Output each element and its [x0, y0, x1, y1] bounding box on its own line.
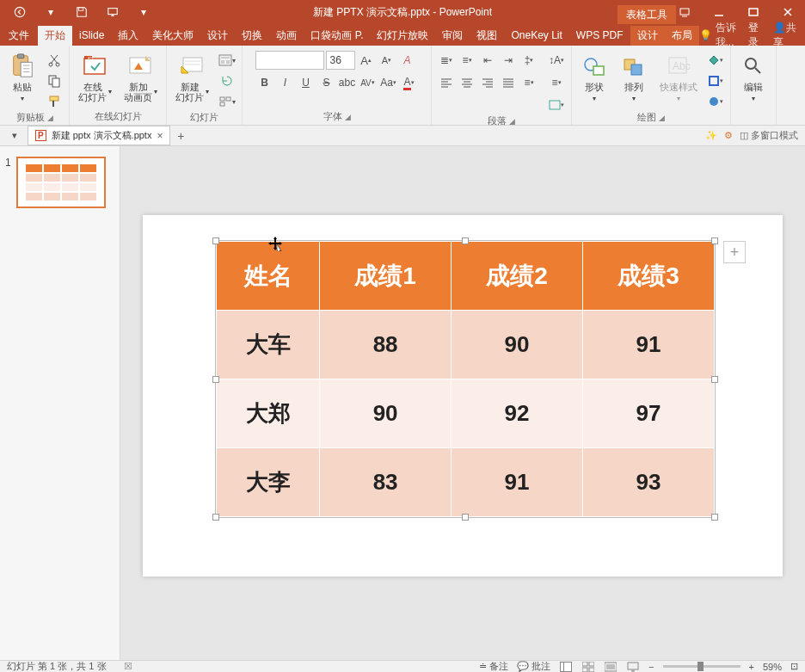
format-painter-icon[interactable] — [45, 92, 64, 111]
table-cell[interactable]: 91 — [583, 311, 715, 379]
table-header[interactable]: 成绩2 — [452, 242, 583, 311]
table-header[interactable]: 姓名 — [217, 242, 320, 311]
justify-icon[interactable] — [499, 73, 518, 92]
char-spacing-icon[interactable]: AV▾ — [359, 73, 378, 92]
start-from-beginning-icon[interactable] — [98, 2, 127, 22]
tab-animation[interactable]: 动画 — [269, 26, 304, 46]
add-tab-icon[interactable]: + — [170, 129, 191, 143]
resize-handle[interactable] — [212, 237, 219, 244]
sorter-view-icon[interactable] — [581, 662, 595, 672]
numbering-icon[interactable]: ≡▾ — [458, 51, 476, 70]
zoom-knob[interactable] — [697, 662, 704, 671]
text-direction-icon[interactable]: ↕A▾ — [547, 51, 566, 70]
shape-fill-icon[interactable]: ▾ — [706, 51, 725, 70]
decrease-font-icon[interactable]: A▾ — [378, 51, 396, 70]
doctab-close-icon[interactable]: × — [157, 130, 163, 142]
bullets-icon[interactable]: ≣▾ — [437, 51, 456, 70]
line-spacing-icon[interactable]: ‡▾ — [519, 51, 538, 70]
share-button[interactable]: 👤共享 — [773, 21, 796, 50]
tab-file[interactable]: 文件 — [0, 26, 38, 46]
tab-table-design[interactable]: 设计 — [630, 26, 665, 46]
paste-button[interactable]: 粘贴 ▾ — [5, 51, 40, 106]
section-icon[interactable]: ▾ — [218, 92, 237, 111]
font-size-combo[interactable]: 36 — [326, 51, 355, 70]
strikethrough-icon[interactable]: S — [317, 73, 336, 92]
save-icon[interactable] — [67, 2, 96, 22]
columns-icon[interactable]: ≡▾ — [519, 73, 538, 92]
resize-handle[interactable] — [711, 514, 718, 521]
undo-dropdown-icon[interactable]: ▾ — [36, 2, 65, 22]
doctab-list-icon[interactable]: ▾ — [5, 126, 24, 145]
table-cell[interactable]: 97 — [583, 379, 715, 448]
table-cell[interactable]: 大郑 — [217, 379, 320, 448]
reading-view-icon[interactable] — [604, 662, 618, 672]
zoom-in-icon[interactable]: + — [749, 662, 754, 672]
reset-icon[interactable] — [218, 71, 237, 90]
increase-indent-icon[interactable]: ⇥ — [499, 51, 518, 70]
fit-window-icon[interactable]: ⊡ — [790, 661, 798, 672]
table-cell[interactable]: 90 — [452, 311, 583, 379]
resize-handle[interactable] — [462, 237, 469, 244]
arrange-button[interactable]: 排列▾ — [617, 51, 651, 106]
data-table[interactable]: 姓名 成绩1 成绩2 成绩3 大车 88 90 91 大郑 — [216, 241, 715, 517]
shadow-icon[interactable]: abc — [338, 73, 357, 92]
resize-handle[interactable] — [212, 376, 219, 383]
font-color-icon[interactable]: A▾ — [400, 73, 419, 92]
align-right-icon[interactable] — [478, 73, 497, 92]
copy-icon[interactable] — [45, 71, 64, 90]
tab-beautify[interactable]: 美化大师 — [145, 26, 200, 46]
table-object[interactable]: 姓名 成绩1 成绩2 成绩3 大车 88 90 91 大郑 — [215, 240, 716, 518]
table-cell[interactable]: 83 — [320, 448, 452, 517]
magic-icon[interactable]: ✨ — [705, 130, 717, 141]
smartart-icon[interactable]: ▾ — [547, 96, 566, 114]
table-cell[interactable]: 92 — [452, 379, 583, 448]
change-case-icon[interactable]: Aa▾ — [379, 73, 398, 92]
table-row[interactable]: 大车 88 90 91 — [217, 311, 715, 379]
settings-gear-icon[interactable]: ⚙ — [724, 130, 733, 141]
table-cell[interactable]: 91 — [452, 448, 583, 517]
ribbon-options-icon[interactable] — [667, 0, 702, 24]
shapes-button[interactable]: 形状▾ — [577, 51, 611, 106]
tab-review[interactable]: 审阅 — [435, 26, 470, 46]
bold-icon[interactable]: B — [255, 73, 274, 92]
tab-home[interactable]: 开始 — [38, 26, 72, 46]
clear-format-icon[interactable]: A — [398, 51, 417, 70]
tab-slideshow[interactable]: 幻灯片放映 — [370, 26, 435, 46]
table-cell[interactable]: 88 — [320, 311, 452, 379]
layout-icon[interactable]: ▾ — [218, 51, 237, 70]
tab-transition[interactable]: 切换 — [235, 26, 269, 46]
increase-font-icon[interactable]: A▴ — [357, 51, 376, 70]
italic-icon[interactable]: I — [276, 73, 295, 92]
slide-canvas[interactable]: 姓名 成绩1 成绩2 成绩3 大车 88 90 91 大郑 — [120, 146, 805, 660]
tab-insert[interactable]: 插入 — [111, 26, 145, 46]
table-row[interactable]: 大郑 90 92 97 — [217, 379, 715, 448]
cut-icon[interactable] — [45, 51, 64, 70]
zoom-value[interactable]: 59% — [763, 662, 782, 672]
qat-dropdown-icon[interactable]: ▾ — [129, 2, 158, 22]
tab-wps[interactable]: WPS PDF — [569, 26, 630, 46]
resize-handle[interactable] — [462, 514, 469, 521]
normal-view-icon[interactable] — [559, 662, 573, 672]
underline-icon[interactable]: U — [297, 73, 316, 92]
tab-table-layout[interactable]: 布局 — [665, 26, 699, 46]
table-cell[interactable]: 93 — [583, 448, 715, 517]
back-icon[interactable] — [5, 2, 34, 22]
table-header[interactable]: 成绩3 — [583, 242, 715, 311]
tab-pocket[interactable]: 口袋动画 P. — [304, 26, 370, 46]
shape-effects-icon[interactable]: ▾ — [706, 92, 725, 111]
comments-button[interactable]: 💬 批注 — [517, 660, 550, 672]
new-anim-page-button[interactable]: 新加 动画页▾ — [120, 51, 161, 104]
zoom-out-icon[interactable]: − — [648, 662, 654, 672]
tab-view[interactable]: 视图 — [470, 26, 504, 46]
new-slide-button[interactable]: 新建 幻灯片▾ — [172, 51, 212, 104]
resize-handle[interactable] — [212, 514, 219, 521]
table-header[interactable]: 成绩1 — [320, 242, 452, 311]
sign-in-link[interactable]: 登录 — [748, 21, 763, 50]
resize-handle[interactable] — [711, 376, 718, 383]
editing-button[interactable]: 编辑▾ — [736, 51, 771, 106]
tab-design[interactable]: 设计 — [200, 26, 235, 46]
shape-outline-icon[interactable]: ▾ — [706, 71, 725, 90]
document-tab[interactable]: P 新建 pptx 演示文稿.pptx × — [28, 126, 170, 145]
add-column-icon[interactable]: + — [723, 241, 746, 263]
font-name-combo[interactable] — [255, 51, 324, 70]
